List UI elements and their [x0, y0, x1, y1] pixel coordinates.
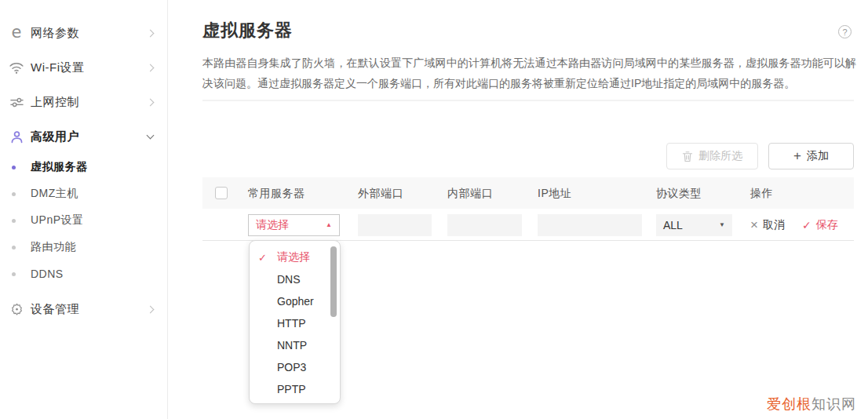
check-icon: ✓ — [258, 252, 267, 264]
cancel-button[interactable]: × 取消 — [750, 209, 785, 241]
sidebar-item-label: 网络参数 — [31, 26, 148, 41]
dropdown-option-pptp[interactable]: PPTP — [250, 378, 340, 400]
sidebar-item-device-management[interactable]: 设备管理 — [0, 292, 167, 326]
page-title: 虚拟服务器 — [202, 19, 293, 42]
common-server-select[interactable]: 请选择 ▲ — [248, 214, 340, 236]
sidebar-subitem-label: UPnP设置 — [31, 213, 84, 228]
select-all-checkbox[interactable] — [215, 187, 228, 199]
dropdown-option-gopher[interactable]: Gopher — [250, 290, 340, 312]
page-description: 本路由器自身集成了防火墙，在默认设置下广域网中的计算机将无法通过本路由器访问局域… — [202, 53, 856, 93]
add-label: 添加 — [807, 149, 829, 163]
common-server-dropdown: ✓ 请选择 DNS Gopher HTTP NNTP POP3 PPTP — [249, 240, 341, 404]
bullet-icon — [12, 166, 16, 169]
caret-up-icon: ▲ — [326, 222, 332, 228]
chevron-right-icon — [147, 98, 155, 106]
dropdown-option-dns[interactable]: DNS — [250, 268, 340, 290]
dropdown-scrollbar[interactable] — [330, 246, 337, 317]
column-header-common-server: 常用服务器 — [248, 177, 305, 209]
dropdown-option-label: DNS — [277, 273, 301, 286]
dropdown-option-label: Gopher — [277, 295, 314, 308]
router-admin-page: e 网络参数 Wi-Fi设置 — [0, 0, 868, 419]
sidebar-item-label: 高级用户 — [31, 129, 148, 144]
sidebar-subitem-label: 路由功能 — [31, 240, 76, 254]
cancel-label: 取消 — [763, 218, 785, 232]
dropdown-option-label: 请选择 — [277, 250, 310, 264]
wifi-icon — [8, 59, 25, 76]
sidebar-subitem-routing[interactable]: 路由功能 — [0, 234, 167, 261]
caret-down-icon: ▼ — [719, 222, 725, 228]
dropdown-option-http[interactable]: HTTP — [250, 312, 340, 334]
sidebar-subitem-upnp[interactable]: UPnP设置 — [0, 207, 167, 234]
sidebar-item-label: 设备管理 — [31, 302, 148, 317]
bullet-icon — [12, 246, 16, 250]
delete-selected-button[interactable]: 删除所选 — [666, 143, 758, 169]
sidebar-subitem-virtual-server[interactable]: 虚拟服务器 — [0, 154, 167, 180]
table-header-row: 常用服务器 外部端口 内部端口 IP地址 协议类型 操作 — [202, 177, 854, 209]
delete-selected-label: 删除所选 — [698, 149, 742, 163]
column-header-internal-port: 内部端口 — [447, 177, 493, 209]
external-port-input[interactable] — [358, 214, 432, 236]
save-label: 保存 — [816, 218, 838, 232]
column-header-operation: 操作 — [750, 177, 773, 209]
chevron-down-icon — [147, 132, 155, 140]
sidebar-subitem-dmz-host[interactable]: DMZ主机 — [0, 180, 167, 207]
save-button[interactable]: ✓ 保存 — [802, 209, 838, 241]
table-edit-row: 请选择 ▲ ALL ▼ × 取消 ✓ 保存 — [202, 209, 854, 241]
close-icon: × — [750, 218, 758, 231]
section-divider — [202, 100, 854, 101]
dropdown-option-label: PPTP — [277, 383, 306, 395]
dropdown-option-placeholder[interactable]: ✓ 请选择 — [250, 246, 340, 268]
dropdown-option-pop3[interactable]: POP3 — [250, 356, 340, 378]
sidebar-item-label: 上网控制 — [31, 95, 148, 110]
main-content: 虚拟服务器 ? 本路由器自身集成了防火墙，在默认设置下广域网中的计算机将无法通过… — [202, 0, 854, 419]
dropdown-option-label: NNTP — [277, 339, 307, 352]
sidebar-subitem-label: DDNS — [31, 268, 64, 280]
network-icon: e — [8, 24, 25, 42]
bullet-icon — [12, 219, 16, 223]
sliders-icon — [8, 93, 25, 111]
check-icon: ✓ — [802, 220, 811, 231]
chevron-right-icon — [147, 64, 155, 71]
sidebar-subitem-ddns[interactable]: DDNS — [0, 261, 167, 287]
dropdown-option-nntp[interactable]: NNTP — [250, 334, 340, 356]
sidebar-item-label: Wi-Fi设置 — [31, 60, 148, 75]
help-icon[interactable]: ? — [838, 25, 852, 38]
user-icon — [8, 128, 25, 145]
watermark: 爱创根知识网 — [767, 395, 856, 414]
protocol-select-value: ALL — [663, 219, 683, 231]
sidebar-item-internet-control[interactable]: 上网控制 — [0, 85, 167, 119]
sidebar: e 网络参数 Wi-Fi设置 — [0, 0, 168, 419]
chevron-right-icon — [147, 29, 155, 37]
column-header-protocol: 协议类型 — [656, 177, 702, 209]
column-header-external-port: 外部端口 — [358, 177, 403, 209]
add-button[interactable]: + 添加 — [768, 143, 854, 169]
plus-icon: + — [793, 149, 801, 162]
dropdown-option-label: POP3 — [277, 361, 306, 373]
toolbar: 删除所选 + 添加 — [666, 143, 854, 169]
sidebar-item-network-params[interactable]: e 网络参数 — [0, 16, 167, 50]
gear-icon — [8, 301, 25, 318]
sidebar-subitem-label: DMZ主机 — [31, 187, 78, 201]
protocol-select[interactable]: ALL ▼ — [656, 214, 732, 236]
sidebar-item-wifi-settings[interactable]: Wi-Fi设置 — [0, 50, 167, 85]
bullet-icon — [12, 272, 16, 276]
dropdown-option-label: HTTP — [277, 317, 306, 330]
watermark-brand: 爱创根 — [767, 396, 811, 412]
sidebar-subitem-label: 虚拟服务器 — [31, 160, 88, 174]
ip-address-input[interactable] — [538, 214, 642, 236]
common-server-select-value: 请选择 — [256, 218, 289, 232]
bullet-icon — [12, 192, 16, 196]
watermark-suffix: 知识网 — [811, 396, 856, 412]
column-header-ip-address: IP地址 — [538, 177, 571, 209]
chevron-right-icon — [147, 305, 155, 313]
internal-port-input[interactable] — [447, 214, 522, 236]
trash-icon — [682, 151, 693, 162]
sidebar-item-advanced-users[interactable]: 高级用户 — [0, 119, 167, 154]
